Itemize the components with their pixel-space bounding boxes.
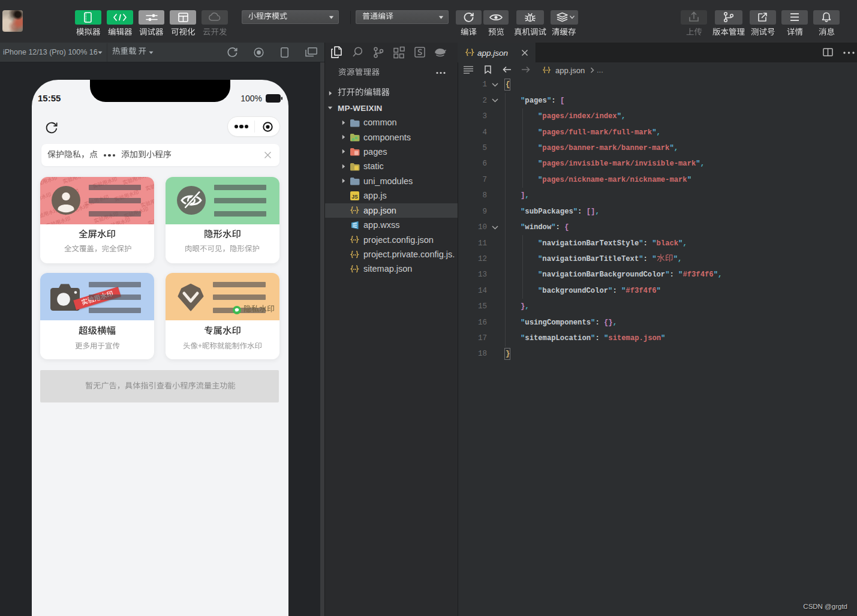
svg-text:JS: JS	[351, 193, 358, 199]
